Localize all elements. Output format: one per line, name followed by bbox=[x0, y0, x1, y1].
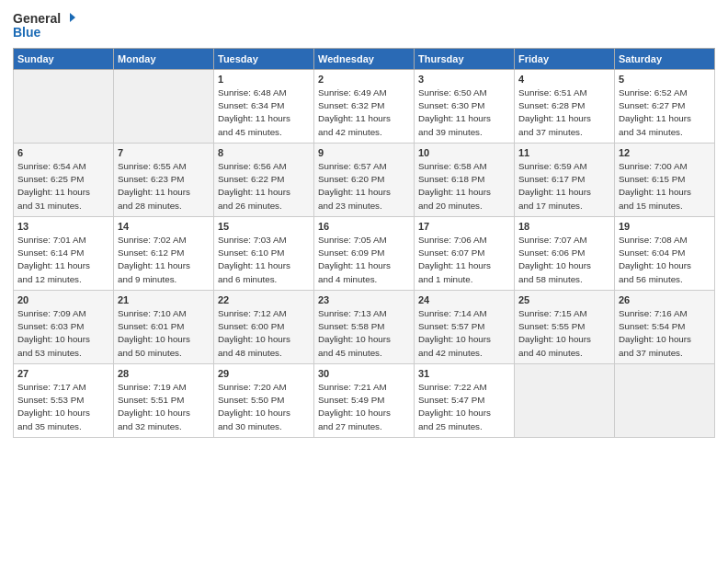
day-number: 13 bbox=[17, 221, 109, 232]
header-thursday: Thursday bbox=[415, 49, 515, 70]
svg-marker-1 bbox=[70, 13, 75, 22]
day-number: 8 bbox=[218, 147, 310, 158]
day-number: 16 bbox=[318, 221, 410, 232]
day-number: 18 bbox=[518, 221, 610, 232]
day-cell bbox=[14, 70, 114, 144]
day-info: Sunrise: 7:19 AM Sunset: 5:51 PM Dayligh… bbox=[118, 381, 210, 433]
day-cell: 9Sunrise: 6:57 AM Sunset: 6:20 PM Daylig… bbox=[314, 144, 415, 217]
day-info: Sunrise: 7:07 AM Sunset: 6:06 PM Dayligh… bbox=[518, 234, 610, 286]
day-cell: 15Sunrise: 7:03 AM Sunset: 6:10 PM Dayli… bbox=[214, 217, 314, 291]
day-number: 31 bbox=[418, 368, 510, 379]
day-info: Sunrise: 7:10 AM Sunset: 6:01 PM Dayligh… bbox=[118, 307, 210, 360]
day-info: Sunrise: 7:14 AM Sunset: 5:57 PM Dayligh… bbox=[418, 307, 510, 360]
day-cell: 13Sunrise: 7:01 AM Sunset: 6:14 PM Dayli… bbox=[14, 217, 114, 291]
svg-text:Blue: Blue bbox=[13, 25, 41, 40]
day-cell: 25Sunrise: 7:15 AM Sunset: 5:55 PM Dayli… bbox=[515, 291, 615, 364]
day-info: Sunrise: 6:58 AM Sunset: 6:18 PM Dayligh… bbox=[418, 160, 510, 213]
day-cell: 29Sunrise: 7:20 AM Sunset: 5:50 PM Dayli… bbox=[214, 364, 314, 438]
day-info: Sunrise: 6:49 AM Sunset: 6:32 PM Dayligh… bbox=[318, 86, 410, 139]
day-cell: 11Sunrise: 6:59 AM Sunset: 6:17 PM Dayli… bbox=[515, 144, 615, 217]
day-cell: 4Sunrise: 6:51 AM Sunset: 6:28 PM Daylig… bbox=[515, 70, 615, 144]
day-number: 12 bbox=[619, 147, 711, 158]
day-cell: 2Sunrise: 6:49 AM Sunset: 6:32 PM Daylig… bbox=[314, 70, 415, 144]
day-number: 11 bbox=[518, 147, 610, 158]
day-cell: 21Sunrise: 7:10 AM Sunset: 6:01 PM Dayli… bbox=[114, 291, 214, 364]
day-number: 22 bbox=[218, 294, 310, 305]
logo: General Blue bbox=[13, 9, 77, 42]
day-number: 17 bbox=[418, 221, 510, 232]
day-info: Sunrise: 7:05 AM Sunset: 6:09 PM Dayligh… bbox=[318, 234, 410, 286]
week-row-2: 6Sunrise: 6:54 AM Sunset: 6:25 PM Daylig… bbox=[14, 144, 715, 217]
day-number: 19 bbox=[619, 221, 711, 232]
week-row-1: 1Sunrise: 6:48 AM Sunset: 6:34 PM Daylig… bbox=[14, 70, 715, 144]
day-number: 6 bbox=[17, 147, 109, 158]
day-number: 28 bbox=[118, 368, 210, 379]
day-cell: 10Sunrise: 6:58 AM Sunset: 6:18 PM Dayli… bbox=[415, 144, 515, 217]
day-cell: 6Sunrise: 6:54 AM Sunset: 6:25 PM Daylig… bbox=[14, 144, 114, 217]
day-info: Sunrise: 7:12 AM Sunset: 6:00 PM Dayligh… bbox=[218, 307, 310, 360]
day-cell: 7Sunrise: 6:55 AM Sunset: 6:23 PM Daylig… bbox=[114, 144, 214, 217]
day-cell: 8Sunrise: 6:56 AM Sunset: 6:22 PM Daylig… bbox=[214, 144, 314, 217]
day-info: Sunrise: 7:09 AM Sunset: 6:03 PM Dayligh… bbox=[17, 307, 109, 360]
week-row-4: 20Sunrise: 7:09 AM Sunset: 6:03 PM Dayli… bbox=[14, 291, 715, 364]
day-number: 4 bbox=[518, 74, 610, 85]
logo-svg: General Blue bbox=[13, 9, 77, 42]
day-info: Sunrise: 7:22 AM Sunset: 5:47 PM Dayligh… bbox=[418, 381, 510, 433]
day-info: Sunrise: 7:06 AM Sunset: 6:07 PM Dayligh… bbox=[418, 234, 510, 286]
day-info: Sunrise: 6:54 AM Sunset: 6:25 PM Dayligh… bbox=[17, 160, 109, 213]
day-number: 24 bbox=[418, 294, 510, 305]
day-number: 7 bbox=[118, 147, 210, 158]
day-cell: 14Sunrise: 7:02 AM Sunset: 6:12 PM Dayli… bbox=[114, 217, 214, 291]
header-tuesday: Tuesday bbox=[214, 49, 314, 70]
day-number: 5 bbox=[619, 74, 711, 85]
day-info: Sunrise: 7:21 AM Sunset: 5:49 PM Dayligh… bbox=[318, 381, 410, 433]
day-info: Sunrise: 7:16 AM Sunset: 5:54 PM Dayligh… bbox=[619, 307, 711, 360]
header: General Blue bbox=[13, 9, 715, 42]
day-info: Sunrise: 7:08 AM Sunset: 6:04 PM Dayligh… bbox=[619, 234, 711, 286]
header-monday: Monday bbox=[114, 49, 214, 70]
day-number: 3 bbox=[418, 74, 510, 85]
day-info: Sunrise: 7:15 AM Sunset: 5:55 PM Dayligh… bbox=[518, 307, 610, 360]
day-info: Sunrise: 6:50 AM Sunset: 6:30 PM Dayligh… bbox=[418, 86, 510, 139]
day-number: 15 bbox=[218, 221, 310, 232]
day-cell bbox=[615, 364, 715, 438]
day-cell: 26Sunrise: 7:16 AM Sunset: 5:54 PM Dayli… bbox=[615, 291, 715, 364]
header-wednesday: Wednesday bbox=[314, 49, 415, 70]
day-info: Sunrise: 7:01 AM Sunset: 6:14 PM Dayligh… bbox=[17, 234, 109, 286]
day-info: Sunrise: 6:55 AM Sunset: 6:23 PM Dayligh… bbox=[118, 160, 210, 213]
day-cell: 19Sunrise: 7:08 AM Sunset: 6:04 PM Dayli… bbox=[615, 217, 715, 291]
day-number: 26 bbox=[619, 294, 711, 305]
day-cell: 3Sunrise: 6:50 AM Sunset: 6:30 PM Daylig… bbox=[415, 70, 515, 144]
day-cell: 16Sunrise: 7:05 AM Sunset: 6:09 PM Dayli… bbox=[314, 217, 415, 291]
day-cell bbox=[515, 364, 615, 438]
day-cell: 1Sunrise: 6:48 AM Sunset: 6:34 PM Daylig… bbox=[214, 70, 314, 144]
day-number: 25 bbox=[518, 294, 610, 305]
day-number: 9 bbox=[318, 147, 410, 158]
week-row-3: 13Sunrise: 7:01 AM Sunset: 6:14 PM Dayli… bbox=[14, 217, 715, 291]
day-number: 27 bbox=[17, 368, 109, 379]
svg-text:General: General bbox=[13, 11, 61, 26]
day-info: Sunrise: 6:48 AM Sunset: 6:34 PM Dayligh… bbox=[218, 86, 310, 139]
header-saturday: Saturday bbox=[615, 49, 715, 70]
day-number: 30 bbox=[318, 368, 410, 379]
day-cell: 22Sunrise: 7:12 AM Sunset: 6:00 PM Dayli… bbox=[214, 291, 314, 364]
day-number: 29 bbox=[218, 368, 310, 379]
day-info: Sunrise: 7:00 AM Sunset: 6:15 PM Dayligh… bbox=[619, 160, 711, 213]
day-info: Sunrise: 6:57 AM Sunset: 6:20 PM Dayligh… bbox=[318, 160, 410, 213]
day-cell: 17Sunrise: 7:06 AM Sunset: 6:07 PM Dayli… bbox=[415, 217, 515, 291]
day-info: Sunrise: 6:51 AM Sunset: 6:28 PM Dayligh… bbox=[518, 86, 610, 139]
day-cell bbox=[114, 70, 214, 144]
day-number: 10 bbox=[418, 147, 510, 158]
day-number: 2 bbox=[318, 74, 410, 85]
week-row-5: 27Sunrise: 7:17 AM Sunset: 5:53 PM Dayli… bbox=[14, 364, 715, 438]
day-info: Sunrise: 7:02 AM Sunset: 6:12 PM Dayligh… bbox=[118, 234, 210, 286]
day-cell: 18Sunrise: 7:07 AM Sunset: 6:06 PM Dayli… bbox=[515, 217, 615, 291]
day-cell: 12Sunrise: 7:00 AM Sunset: 6:15 PM Dayli… bbox=[615, 144, 715, 217]
day-cell: 23Sunrise: 7:13 AM Sunset: 5:58 PM Dayli… bbox=[314, 291, 415, 364]
day-cell: 20Sunrise: 7:09 AM Sunset: 6:03 PM Dayli… bbox=[14, 291, 114, 364]
day-cell: 24Sunrise: 7:14 AM Sunset: 5:57 PM Dayli… bbox=[415, 291, 515, 364]
day-number: 23 bbox=[318, 294, 410, 305]
day-number: 1 bbox=[218, 74, 310, 85]
day-info: Sunrise: 7:03 AM Sunset: 6:10 PM Dayligh… bbox=[218, 234, 310, 286]
calendar-header-row: SundayMondayTuesdayWednesdayThursdayFrid… bbox=[14, 49, 715, 70]
